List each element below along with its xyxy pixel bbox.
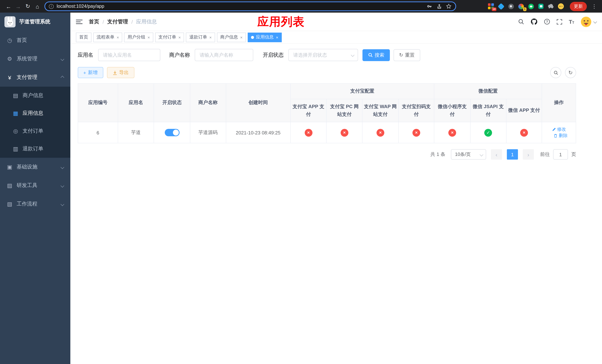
app-frame: 芋道管理系统 ◷ 首页 ⚙ 系统管理 ¥ 支付管理 ▤ 商户信息	[0, 13, 602, 364]
sidebar-item-label: 首页	[17, 37, 27, 44]
active-dot	[251, 36, 254, 39]
tab-home[interactable]: 首页	[76, 32, 91, 42]
address-bar[interactable]: i localhost:1024/pay/app	[44, 1, 456, 11]
record-icon: ◎	[13, 128, 19, 134]
sidebar-item-refund-orders[interactable]: ▥ 退款订单	[0, 140, 70, 158]
bookmark-star-icon[interactable]	[446, 3, 452, 9]
forward-icon[interactable]: →	[13, 1, 23, 11]
extension-colorful-icon[interactable]: 1	[517, 3, 524, 10]
extension-chat-icon[interactable]	[538, 3, 544, 10]
page-content: 应用名 商户名称 开启状态 请选择开启状态 搜索 ↻ 重置	[70, 44, 602, 364]
toggle-search-button[interactable]	[550, 67, 561, 78]
extension-blue-icon[interactable]	[498, 3, 504, 10]
status-icon: ×	[448, 129, 456, 137]
status-select[interactable]: 请选择开启状态	[288, 49, 358, 61]
extension-wechat-icon[interactable]	[527, 3, 534, 10]
collapse-sidebar-icon[interactable]	[76, 20, 83, 24]
tab-app-info[interactable]: 应用信息×	[248, 32, 281, 42]
dashboard-icon: ◷	[7, 37, 13, 44]
sidebar-item-payment[interactable]: ¥ 支付管理	[0, 68, 70, 87]
sidebar-item-infrastructure[interactable]: ▣ 基础设施	[0, 158, 70, 176]
tab-process-form[interactable]: 流程表单×	[93, 32, 122, 42]
tab-user-group[interactable]: 用户分组×	[124, 32, 153, 42]
toolbar-right: ↻	[550, 67, 576, 78]
edit-link[interactable]: 修改	[552, 127, 566, 133]
tab-refund-orders[interactable]: 退款订单×	[186, 32, 215, 42]
screen: ← → ↻ ⌂ i localhost:1024/pay/app 10 1	[0, 0, 602, 364]
sidebar-item-system[interactable]: ⚙ 系统管理	[0, 50, 70, 68]
col-alipay-pc: 支付宝 PC 网站支付	[327, 99, 362, 122]
col-wechat-jsapi: 微信 JSAPI 支付	[470, 99, 506, 122]
grid-icon: ▦	[13, 110, 19, 117]
payment-submenu: ▤ 商户信息 ▦ 应用信息 ◎ 支付订单 ▥ 退款订单	[0, 87, 70, 158]
close-icon[interactable]: ×	[178, 35, 181, 39]
chevron-down-icon	[480, 153, 483, 156]
extension-grid-icon[interactable]: 10	[488, 3, 494, 10]
back-icon[interactable]: ←	[4, 1, 13, 11]
page-number-button[interactable]: 1	[507, 150, 518, 160]
extension-dark-icon[interactable]	[508, 3, 514, 10]
add-button[interactable]: + 新增	[78, 67, 103, 78]
sidebar-item-label: 应用信息	[22, 110, 43, 117]
close-icon[interactable]: ×	[117, 35, 119, 39]
sidebar-item-label: 支付管理	[17, 74, 37, 81]
chevron-down-icon	[61, 184, 64, 187]
goto-page-input[interactable]	[553, 150, 568, 160]
help-icon[interactable]: ?	[544, 19, 550, 25]
fullscreen-icon[interactable]	[557, 19, 563, 25]
tab-merchant-info[interactable]: 商户信息×	[217, 32, 246, 42]
delete-link[interactable]: 删除	[553, 133, 568, 139]
chevron-down-icon	[61, 165, 64, 169]
sidebar-item-label: 研发工具	[17, 182, 37, 189]
cell-app-name: 芋道	[118, 122, 154, 143]
tab-label: 首页	[79, 34, 88, 40]
refresh-table-button[interactable]: ↻	[565, 67, 576, 78]
tab-label: 用户分组	[128, 34, 145, 40]
close-icon[interactable]: ×	[276, 35, 278, 39]
font-size-icon[interactable]: TT	[569, 19, 574, 25]
browser-update-button[interactable]: 更新	[570, 2, 587, 11]
prev-page-button[interactable]: ‹	[491, 150, 502, 160]
sidebar-item-payment-orders[interactable]: ◎ 支付订单	[0, 122, 70, 140]
app-name-input[interactable]	[98, 49, 160, 61]
sidebar-item-dev-tools[interactable]: ▨ 研发工具	[0, 176, 70, 195]
merchant-name-input[interactable]	[195, 49, 253, 61]
github-icon[interactable]	[531, 18, 538, 25]
chevron-down-icon	[61, 202, 64, 206]
sidebar-item-workflow[interactable]: ▧ 工作流程	[0, 195, 70, 213]
reset-button[interactable]: ↻ 重置	[394, 49, 420, 61]
extensions-puzzle-icon[interactable]	[548, 3, 554, 10]
next-page-button[interactable]: ›	[523, 150, 534, 160]
password-key-icon[interactable]	[427, 3, 433, 9]
home-icon[interactable]: ⌂	[32, 1, 42, 11]
sidebar-item-home[interactable]: ◷ 首页	[0, 31, 70, 50]
page-size-select[interactable]: 10条/页	[451, 150, 486, 160]
page-title-annotation: 应用列表	[257, 14, 305, 30]
goto-label: 前往	[540, 151, 550, 158]
reload-icon[interactable]: ↻	[23, 1, 32, 11]
breadcrumb-home[interactable]: 首页	[89, 18, 99, 25]
search-button[interactable]: 搜索	[363, 49, 390, 61]
app-name-label: 应用名	[78, 52, 93, 58]
export-button[interactable]: 导出	[107, 67, 134, 78]
app-logo[interactable]: 芋道管理系统	[0, 13, 70, 31]
page-size-value: 10条/页	[455, 151, 471, 158]
col-group-alipay: 支付宝配置	[290, 84, 434, 99]
profile-avatar-icon[interactable]	[558, 3, 564, 10]
export-button-label: 导出	[119, 69, 129, 76]
sidebar-item-merchant-info[interactable]: ▤ 商户信息	[0, 87, 70, 104]
sidebar-item-app-info[interactable]: ▦ 应用信息	[0, 104, 70, 122]
logo-image	[4, 16, 16, 27]
site-info-icon[interactable]: i	[49, 4, 54, 9]
close-icon[interactable]: ×	[148, 35, 150, 39]
user-avatar[interactable]	[580, 16, 596, 27]
tab-payment-orders[interactable]: 支付订单×	[155, 32, 184, 42]
close-icon[interactable]: ×	[209, 35, 212, 39]
share-icon[interactable]	[437, 3, 442, 9]
status-toggle[interactable]	[165, 129, 179, 137]
breadcrumb-payment[interactable]: 支付管理	[107, 18, 128, 25]
search-icon[interactable]	[518, 19, 525, 25]
total-count: 共 1 条	[430, 151, 445, 158]
browser-menu-icon[interactable]: ⋮	[592, 3, 597, 9]
close-icon[interactable]: ×	[240, 35, 243, 39]
